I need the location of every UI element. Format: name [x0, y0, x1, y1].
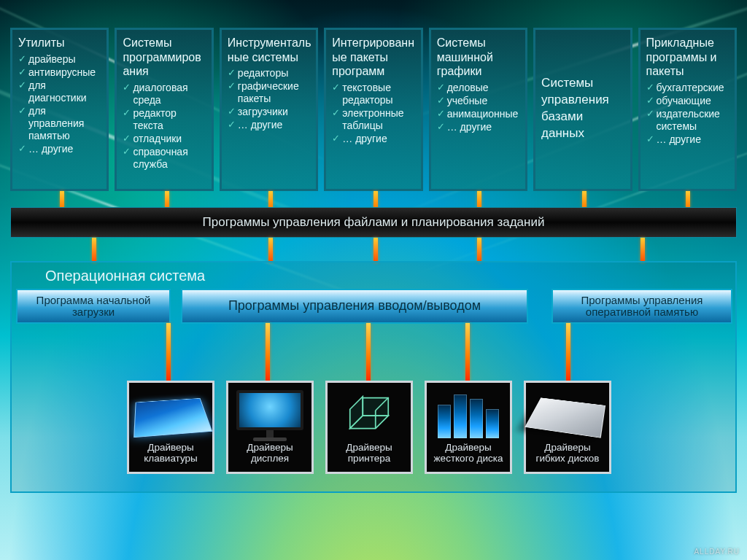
file-management-bar: Программы управления файлами и планирова…	[10, 207, 737, 238]
category-item: для управления памятью	[18, 105, 102, 142]
keyboard-icon	[133, 398, 212, 438]
driver-display: Драйверы дисплея	[226, 381, 314, 474]
category-item: … другие	[18, 143, 102, 155]
category-item: загрузчики	[228, 106, 311, 118]
category-item: бухгалтерские	[646, 82, 730, 94]
driver-label: Драйверы клавиатуры	[129, 443, 212, 464]
category-item: … другие	[437, 121, 521, 133]
category-title: Системы управления базами данных	[541, 75, 625, 142]
category-item: отладчики	[123, 133, 206, 145]
hdd-icon	[433, 390, 504, 441]
connector	[640, 238, 645, 262]
connector	[374, 191, 378, 209]
operating-system-box: Операционная система Программа начальной…	[10, 261, 737, 493]
driver-label: Драйверы принтера	[328, 443, 411, 464]
category-item: диалоговая среда	[123, 82, 206, 106]
diagram-stage: Утилиты драйверы антивирусные для диагно…	[0, 0, 747, 560]
category-item: электронные таблицы	[332, 107, 416, 132]
category-title: Системы машинной графики	[437, 36, 521, 79]
category-programming-systems: Системы программирования диалоговая сред…	[115, 28, 213, 191]
connector	[166, 323, 171, 381]
category-item: … другие	[332, 133, 416, 145]
file-management-label: Программы управления файлами и планирова…	[203, 215, 545, 230]
category-item: … другие	[228, 119, 311, 131]
software-categories-row: Утилиты драйверы антивирусные для диагно…	[10, 28, 737, 191]
category-item: справочная служба	[123, 146, 206, 171]
os-title: Операционная система	[45, 264, 205, 287]
monitor-icon	[234, 390, 306, 441]
category-item: антивирусные	[18, 66, 102, 79]
connector	[266, 323, 270, 381]
watermark: ALLDAY.RU	[694, 548, 740, 556]
connector	[686, 191, 690, 209]
os-memory-programs: Программы управления оперативной памятью	[551, 289, 732, 324]
os-boot-label: Программа начальной загрузки	[25, 295, 162, 319]
category-item: графические пакеты	[228, 80, 311, 105]
driver-label: Драйверы дисплея	[228, 443, 311, 464]
category-integrated-packages: Интегрированные пакеты программ текстовы…	[324, 28, 422, 191]
category-title: Инструментальные системы	[228, 36, 311, 64]
category-item: деловые	[437, 82, 521, 94]
os-boot-program: Программа начальной загрузки	[16, 289, 171, 324]
category-title: Системы программирования	[123, 36, 206, 79]
category-item: редакторы	[228, 67, 311, 79]
category-utilities: Утилиты драйверы антивирусные для диагно…	[10, 28, 109, 191]
category-computer-graphics: Системы машинной графики деловые учебные…	[429, 28, 527, 191]
floppy-icon	[525, 397, 605, 438]
drivers-row: Драйверы клавиатуры Драйверы дисплея	[127, 381, 638, 474]
connector	[566, 323, 570, 381]
connector	[477, 238, 481, 262]
category-title: Утилиты	[18, 36, 102, 50]
category-item: издательские системы	[646, 108, 730, 133]
category-item: … другие	[646, 133, 730, 146]
driver-label: Драйверы гибких дисков	[526, 443, 609, 464]
os-io-programs: Программы управления вводом/выводом	[181, 289, 528, 324]
category-instrumental-systems: Инструментальные системы редакторы графи…	[220, 28, 318, 191]
category-item: учебные	[437, 95, 521, 107]
category-application-packages: Прикладные программы и пакеты бухгалтерс…	[638, 28, 737, 191]
category-item: текстовые редакторы	[332, 82, 416, 106]
category-item: драйверы	[18, 53, 102, 66]
connector	[268, 238, 273, 262]
os-io-label: Программы управления вводом/выводом	[228, 299, 481, 314]
connector	[268, 191, 273, 209]
category-title: Интегрированные пакеты программ	[332, 36, 416, 79]
connector	[582, 191, 587, 209]
category-item: редактор текста	[123, 107, 206, 132]
connector	[477, 191, 481, 209]
category-item: обучающие	[646, 95, 730, 107]
category-dbms: Системы управления базами данных	[533, 28, 632, 191]
category-title: Прикладные программы и пакеты	[646, 36, 730, 79]
driver-keyboard: Драйверы клавиатуры	[127, 381, 214, 474]
connector	[374, 238, 378, 262]
category-item: для диагностики	[18, 79, 102, 104]
connector	[60, 191, 64, 209]
driver-printer: Драйверы принтера	[325, 381, 413, 474]
connector	[165, 191, 169, 209]
connector	[465, 323, 470, 381]
driver-label: Драйверы жесткого диска	[427, 443, 510, 464]
driver-floppy: Драйверы гибких дисков	[524, 381, 611, 474]
driver-hdd: Драйверы жесткого диска	[425, 381, 512, 474]
os-memory-label: Программы управления оперативной памятью	[560, 295, 724, 319]
connector	[366, 323, 371, 381]
category-item: анимационные	[437, 108, 521, 120]
connector	[92, 238, 96, 262]
printer-icon	[333, 390, 405, 441]
